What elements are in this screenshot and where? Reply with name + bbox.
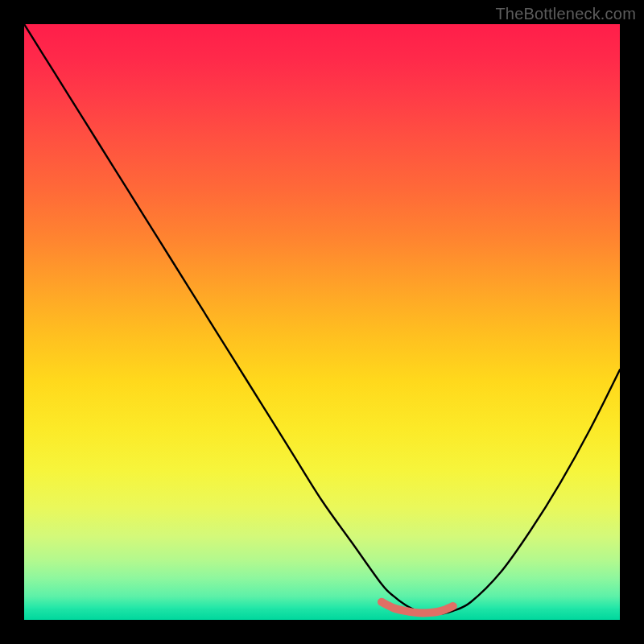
bottleneck-curve: [24, 24, 620, 614]
optimal-range-marker: [382, 602, 453, 613]
chart-frame: TheBottleneck.com: [0, 0, 644, 644]
plot-area: [24, 24, 620, 620]
watermark-text: TheBottleneck.com: [495, 5, 636, 23]
curve-svg: [24, 24, 620, 620]
